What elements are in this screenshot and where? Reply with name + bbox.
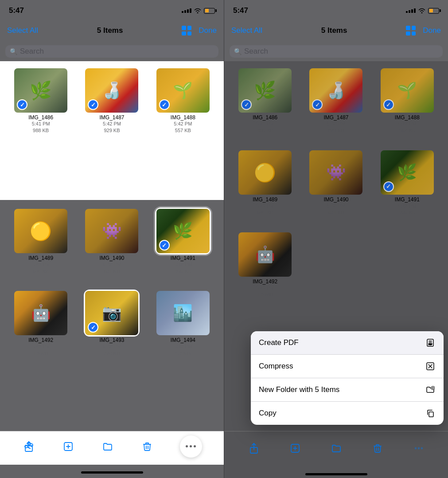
context-menu-label-copy: Copy xyxy=(259,409,277,418)
svg-text:PDF: PDF xyxy=(429,343,432,345)
thumb-container-1494 xyxy=(156,291,210,335)
search-input-container-right[interactable]: 🔍 Search xyxy=(230,45,443,58)
filename-1490: IMG_1490 xyxy=(99,255,124,261)
filename-1488: IMG_1488 xyxy=(171,114,195,121)
compress-icon xyxy=(425,361,436,372)
file-item-1489[interactable]: IMG_1489 5:42 PM 565 KB xyxy=(5,205,76,278)
file-item-1488[interactable]: IMG_1488 5:42 PM 557 KB xyxy=(148,65,218,138)
more-icon-left xyxy=(186,445,196,447)
copy-icon xyxy=(425,408,436,419)
add-icon-left xyxy=(63,441,74,452)
file-item-1493[interactable]: IMG_1493 5:42 PM 720 KB xyxy=(76,287,147,360)
search-input-container-left[interactable]: 🔍 Search xyxy=(5,45,218,58)
filemeta-1493: 5:42 PM 720 KB xyxy=(103,343,121,357)
filemeta-1489: 5:42 PM 565 KB xyxy=(32,261,50,275)
file-item-1492[interactable]: IMG_1492 5:42 PM 1.2 MB xyxy=(5,287,76,360)
thumb-container-1486 xyxy=(14,68,67,113)
file-item-1494[interactable]: IMG_1494 5:43 PM 1.7 MB xyxy=(148,287,218,360)
thumb-container-1489 xyxy=(14,209,67,253)
trash-button-left[interactable] xyxy=(140,440,154,453)
file-item-1487[interactable]: IMG_1487 5:42 PM 929 KB xyxy=(76,65,147,138)
context-menu-item-copy[interactable]: Copy xyxy=(251,402,444,425)
select-all-button-left[interactable]: Select All xyxy=(7,26,38,35)
done-button-left[interactable]: Done xyxy=(199,26,217,35)
signal-icon-right xyxy=(406,8,416,13)
home-indicator-left xyxy=(0,468,224,475)
search-bar-right: 🔍 Search xyxy=(224,42,448,61)
checkmark-1488 xyxy=(159,99,170,110)
battery-icon-left xyxy=(204,8,215,14)
file-grid-row1-left: IMG_1486 5:41 PM 988 KB IMG_1487 5:42 PM… xyxy=(0,61,224,141)
checkmark-1491 xyxy=(159,240,170,251)
filemeta-1490: 5:42 PM 631 KB xyxy=(103,261,121,275)
pdf-icon: PDF xyxy=(425,337,436,348)
trash-icon-left xyxy=(142,441,152,452)
status-time-left: 5:47 xyxy=(9,6,24,15)
file-item-1491[interactable]: IMG_1491 5:42 PM 985 KB xyxy=(148,205,218,278)
status-time-right: 5:47 xyxy=(233,6,248,15)
filename-1493: IMG_1493 xyxy=(99,337,124,343)
svg-rect-9 xyxy=(429,412,433,417)
thumb-container-1490 xyxy=(85,209,138,253)
search-icon-left: 🔍 xyxy=(10,48,17,55)
thumb-1492 xyxy=(14,291,67,335)
context-menu: Create PDF PDF Compress xyxy=(251,331,444,425)
filemeta-1487: 5:42 PM 929 KB xyxy=(103,121,121,134)
status-bar-right: 5:47 xyxy=(224,0,448,20)
thumb-container-1491 xyxy=(156,209,210,253)
file-item-1486[interactable]: IMG_1486 5:41 PM 988 KB xyxy=(5,65,76,138)
filemeta-1488: 5:42 PM 557 KB xyxy=(174,121,192,134)
file-grid-left-white: IMG_1486 5:41 PM 988 KB IMG_1487 5:42 PM… xyxy=(0,61,224,200)
filename-1492: IMG_1492 xyxy=(28,337,53,343)
context-menu-label-create-pdf: Create PDF xyxy=(259,338,299,347)
wifi-icon-left xyxy=(194,8,201,13)
status-icons-right xyxy=(406,8,439,14)
context-menu-item-new-folder[interactable]: New Folder with 5 Items xyxy=(251,378,444,402)
context-menu-item-create-pdf[interactable]: Create PDF PDF xyxy=(251,331,444,355)
nav-title-left: 5 Items xyxy=(97,26,123,35)
file-content-right: IMG_1486 5:41 PM 988 KB IMG_1487 5:42 PM… xyxy=(224,61,448,478)
filename-1489: IMG_1489 xyxy=(28,255,53,261)
thumb-container-1488 xyxy=(156,68,210,113)
filemeta-1492: 5:42 PM 1.2 MB xyxy=(32,343,50,357)
wifi-icon-right xyxy=(418,8,425,13)
thumb-container-1493 xyxy=(85,291,138,335)
search-input-right[interactable]: Search xyxy=(244,47,268,56)
thumb-1490 xyxy=(85,209,138,253)
select-all-button-right[interactable]: Select All xyxy=(231,26,262,35)
search-input-left[interactable]: Search xyxy=(20,47,44,56)
nav-right-left: Done xyxy=(182,26,217,35)
filemeta-1486: 5:41 PM 988 KB xyxy=(32,121,50,134)
share-button-left[interactable] xyxy=(22,440,35,453)
folder-icon-left xyxy=(102,441,113,452)
filename-1494: IMG_1494 xyxy=(171,337,195,343)
done-button-right[interactable]: Done xyxy=(423,26,441,35)
context-menu-label-new-folder: New Folder with 5 Items xyxy=(259,385,339,394)
file-grid-row3-left: IMG_1492 5:42 PM 1.2 MB IMG_1493 5:42 PM… xyxy=(0,282,224,364)
share-icon-left xyxy=(23,441,34,452)
signal-icon-left xyxy=(182,8,191,13)
new-folder-icon xyxy=(425,384,436,395)
file-item-1490[interactable]: IMG_1490 5:42 PM 631 KB xyxy=(76,205,147,278)
thumb-1494 xyxy=(156,291,210,335)
checkmark-1486 xyxy=(17,99,27,110)
filename-1487: IMG_1487 xyxy=(99,114,124,121)
file-grid-row2-left: IMG_1489 5:42 PM 565 KB IMG_1490 5:42 PM… xyxy=(0,200,224,282)
grid-view-button-right[interactable] xyxy=(406,26,416,35)
nav-bar-left: Select All 5 Items Done xyxy=(0,20,224,42)
folder-button-left[interactable] xyxy=(101,440,114,453)
more-button-left[interactable] xyxy=(180,435,202,458)
right-phone-panel: 5:47 Select All 5 Items xyxy=(224,0,448,478)
context-menu-item-compress[interactable]: Compress xyxy=(251,355,444,378)
left-phone-panel: 5:47 Select All 5 Items xyxy=(0,0,224,478)
add-button-left[interactable] xyxy=(62,440,75,453)
search-bar-left: 🔍 Search xyxy=(0,42,224,61)
filename-1486: IMG_1486 xyxy=(28,114,53,121)
thumb-container-1487 xyxy=(85,68,138,113)
grid-view-button-left[interactable] xyxy=(182,26,191,35)
status-icons-left xyxy=(182,8,215,14)
home-bar-left xyxy=(81,471,143,474)
nav-right-right: Done xyxy=(406,26,441,35)
filemeta-1491: 5:42 PM 985 KB xyxy=(174,261,192,275)
nav-title-right: 5 Items xyxy=(321,26,347,35)
